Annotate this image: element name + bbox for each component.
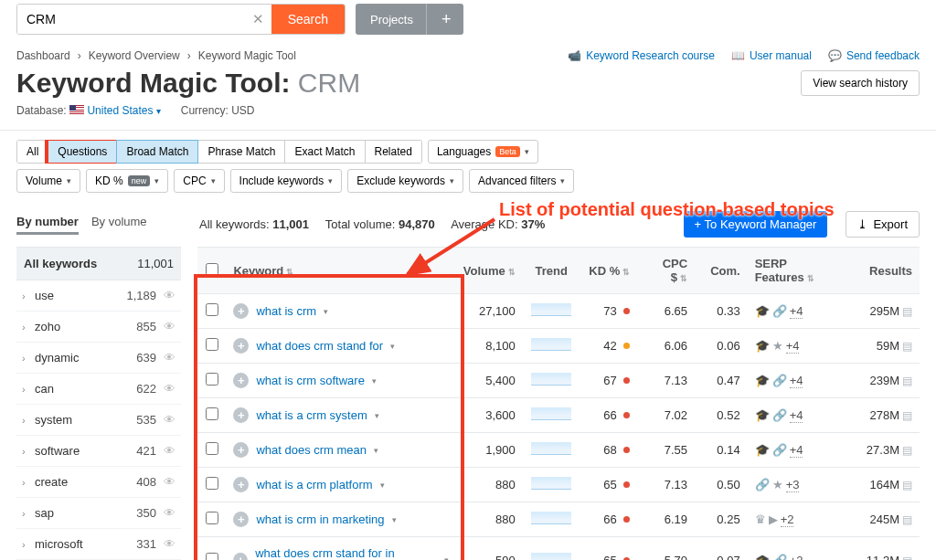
- add-keyword-icon[interactable]: +: [233, 338, 249, 354]
- keyword-link[interactable]: what is crm in marketing: [256, 512, 384, 526]
- cell-serp[interactable]: 🎓★+4: [748, 329, 844, 364]
- tab-phrase[interactable]: Phrase Match: [197, 140, 285, 164]
- col-keyword[interactable]: Keyword⇅: [226, 248, 455, 294]
- eye-icon[interactable]: 👁: [164, 289, 176, 302]
- select-all-checkbox[interactable]: [206, 263, 218, 276]
- col-serp[interactable]: SERP Features⇅: [748, 248, 844, 294]
- chevron-down-icon[interactable]: ▾: [374, 446, 378, 455]
- table-row: + what is a crm system ▾ 3,600 66 7.02 0…: [197, 398, 920, 433]
- row-checkbox[interactable]: [206, 303, 218, 316]
- cell-com: 0.50: [695, 468, 748, 502]
- add-keyword-icon[interactable]: +: [233, 442, 249, 458]
- plus-icon[interactable]: +: [426, 4, 464, 35]
- filter-include[interactable]: Include keywords ▾: [230, 169, 343, 193]
- row-checkbox[interactable]: [206, 512, 218, 524]
- chevron-down-icon[interactable]: ▾: [324, 307, 328, 316]
- link-course[interactable]: 📹Keyword Research course: [568, 49, 715, 62]
- cell-serp[interactable]: 🎓🔗+4: [748, 294, 844, 329]
- sidebar-item[interactable]: › sap 350 👁: [16, 498, 181, 529]
- eye-icon[interactable]: 👁: [164, 413, 176, 427]
- tab-all[interactable]: All: [16, 140, 48, 164]
- currency-label: Currency:: [181, 104, 229, 117]
- chevron-down-icon[interactable]: ▾: [392, 515, 397, 524]
- sidebar-item[interactable]: › create 408 👁: [16, 467, 181, 498]
- chevron-down-icon[interactable]: ▾: [380, 481, 385, 490]
- chevron-down-icon[interactable]: ▾: [390, 342, 395, 351]
- filter-volume[interactable]: Volume ▾: [16, 169, 80, 193]
- chevron-down-icon[interactable]: ▾: [444, 555, 449, 560]
- col-trend[interactable]: Trend: [523, 248, 580, 294]
- crumb-overview[interactable]: Keyword Overview: [89, 49, 180, 62]
- keyword-link[interactable]: what is a crm system: [256, 408, 367, 422]
- tab-related[interactable]: Related: [365, 140, 422, 164]
- crumb-tool[interactable]: Keyword Magic Tool: [198, 49, 296, 62]
- add-keyword-icon[interactable]: +: [233, 407, 249, 423]
- add-keyword-icon[interactable]: +: [233, 303, 249, 319]
- sort-by-number[interactable]: By number: [16, 215, 79, 235]
- filter-exclude[interactable]: Exclude keywords ▾: [347, 169, 463, 193]
- col-com[interactable]: Com.: [695, 248, 748, 294]
- view-history-button[interactable]: View search history: [801, 70, 920, 96]
- chevron-down-icon[interactable]: ▾: [372, 376, 377, 386]
- row-checkbox[interactable]: [206, 373, 218, 386]
- link-manual[interactable]: 📖User manual: [731, 49, 812, 62]
- row-checkbox[interactable]: [206, 338, 218, 351]
- clear-icon[interactable]: ✕: [246, 5, 271, 34]
- eye-icon[interactable]: 👁: [164, 475, 176, 489]
- export-button[interactable]: ⤓Export: [846, 211, 920, 238]
- add-keyword-icon[interactable]: +: [233, 477, 249, 492]
- search-button[interactable]: Search: [271, 5, 345, 34]
- eye-icon[interactable]: 👁: [164, 537, 176, 551]
- eye-icon[interactable]: 👁: [164, 320, 176, 333]
- row-checkbox[interactable]: [206, 553, 218, 561]
- sidebar-item[interactable]: › use 1,189 👁: [16, 280, 181, 312]
- col-results[interactable]: Results: [843, 248, 920, 294]
- keyword-link[interactable]: what does crm stand for: [256, 339, 383, 353]
- add-keyword-icon[interactable]: +: [233, 553, 248, 561]
- search-input[interactable]: [17, 5, 246, 34]
- eye-icon[interactable]: 👁: [164, 351, 176, 365]
- col-kd[interactable]: KD %⇅: [580, 248, 638, 294]
- sidebar-item[interactable]: › dynamic 639 👁: [16, 343, 181, 374]
- filter-advanced[interactable]: Advanced filters ▾: [469, 169, 574, 193]
- languages-select[interactable]: Languages Beta ▾: [428, 140, 538, 164]
- col-cpc[interactable]: CPC $⇅: [637, 248, 695, 294]
- sidebar-item[interactable]: › microsoft 331 👁: [16, 529, 181, 560]
- cell-serp[interactable]: 🎓🔗+4: [748, 364, 844, 398]
- cell-serp[interactable]: ♛▶+2: [748, 502, 844, 537]
- chevron-down-icon[interactable]: ▾: [375, 411, 379, 420]
- filter-kd[interactable]: KD % new ▾: [86, 169, 168, 193]
- col-volume[interactable]: Volume⇅: [456, 248, 523, 294]
- projects-button[interactable]: Projects +: [356, 4, 463, 35]
- sidebar-item[interactable]: › zoho 855 👁: [16, 312, 181, 343]
- eye-icon[interactable]: 👁: [164, 506, 176, 520]
- cell-serp[interactable]: 🎓🔗+2: [748, 537, 844, 561]
- add-keyword-icon[interactable]: +: [233, 512, 249, 527]
- row-checkbox[interactable]: [206, 442, 218, 455]
- sidebar-item[interactable]: › software 421 👁: [16, 436, 181, 467]
- keyword-link[interactable]: what is crm software: [256, 374, 364, 387]
- add-keyword-icon[interactable]: +: [233, 373, 249, 388]
- filter-cpc[interactable]: CPC ▾: [174, 169, 224, 193]
- tab-questions[interactable]: Questions: [48, 140, 117, 164]
- keyword-link[interactable]: what is crm: [256, 304, 316, 318]
- database-select[interactable]: United States ▾: [87, 104, 160, 117]
- sidebar-all-keywords[interactable]: All keywords11,001: [16, 247, 181, 280]
- sidebar-item[interactable]: › can 622 👁: [16, 374, 181, 405]
- keyword-link[interactable]: what does crm stand for in marketing: [255, 546, 436, 560]
- tab-exact[interactable]: Exact Match: [284, 140, 365, 164]
- eye-icon[interactable]: 👁: [164, 382, 176, 396]
- link-feedback[interactable]: 💬Send feedback: [828, 49, 920, 62]
- crumb-dashboard[interactable]: Dashboard: [16, 49, 70, 62]
- sidebar-item[interactable]: › system 535 👁: [16, 405, 181, 436]
- row-checkbox[interactable]: [206, 407, 218, 420]
- keyword-link[interactable]: what does crm mean: [256, 443, 367, 457]
- tab-broad[interactable]: Broad Match: [116, 140, 198, 164]
- sort-by-volume[interactable]: By volume: [91, 215, 147, 235]
- row-checkbox[interactable]: [206, 477, 218, 490]
- cell-serp[interactable]: 🎓🔗+4: [748, 433, 844, 468]
- cell-serp[interactable]: 🎓🔗+4: [748, 398, 844, 433]
- eye-icon[interactable]: 👁: [164, 444, 176, 458]
- cell-serp[interactable]: 🔗★+3: [748, 468, 844, 502]
- keyword-link[interactable]: what is a crm platform: [256, 478, 372, 491]
